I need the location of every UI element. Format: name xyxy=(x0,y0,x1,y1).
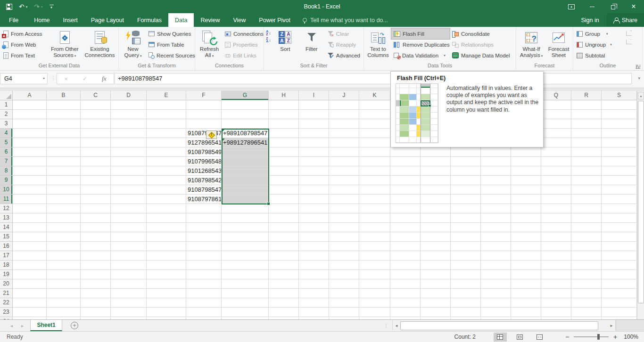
cell-A21[interactable] xyxy=(13,289,47,298)
cell-G15[interactable] xyxy=(222,232,269,242)
cell-A9[interactable] xyxy=(13,176,47,185)
col-header-B[interactable]: B xyxy=(47,91,81,100)
cell-J10[interactable] xyxy=(329,185,359,195)
cell-B6[interactable] xyxy=(47,147,81,157)
cell-F22[interactable] xyxy=(186,298,222,308)
cell-R5[interactable] xyxy=(571,138,602,147)
cell-C10[interactable] xyxy=(81,185,111,195)
existing-connections-button[interactable]: Existing Connections xyxy=(82,27,117,62)
cell-L18[interactable] xyxy=(390,261,421,270)
cell-M22[interactable] xyxy=(421,298,451,308)
cell-M7[interactable] xyxy=(421,157,451,166)
cell-S19[interactable] xyxy=(602,270,637,279)
cell-N10[interactable] xyxy=(451,185,481,195)
cell-J17[interactable] xyxy=(329,251,359,261)
cell-K21[interactable] xyxy=(359,289,390,298)
cell-N6[interactable] xyxy=(451,147,481,157)
cell-E20[interactable] xyxy=(147,279,186,289)
cell-L23[interactable] xyxy=(390,308,421,317)
cell-Q6[interactable] xyxy=(541,147,571,157)
clear-filter-button[interactable]: Clear xyxy=(325,28,363,39)
horizontal-scroll-thumb[interactable] xyxy=(400,321,598,330)
cell-G3[interactable] xyxy=(222,119,269,129)
cell-E18[interactable] xyxy=(147,261,186,270)
edit-links-button[interactable]: Edit Links xyxy=(223,50,266,61)
group-button[interactable]: Group▾ xyxy=(574,28,623,39)
cell-B20[interactable] xyxy=(47,279,81,289)
cell-R13[interactable] xyxy=(571,213,602,223)
cell-H11[interactable] xyxy=(269,195,299,204)
cell-A18[interactable] xyxy=(13,261,47,270)
cell-S18[interactable] xyxy=(602,261,637,270)
cell-M12[interactable] xyxy=(421,204,451,213)
from-other-sources-button[interactable]: From Other Sources▾ xyxy=(48,27,82,62)
tab-insert[interactable]: Insert xyxy=(57,13,84,27)
cell-O16[interactable] xyxy=(481,242,511,251)
cell-K23[interactable] xyxy=(359,308,390,317)
cell-D3[interactable] xyxy=(111,119,147,129)
cell-R11[interactable] xyxy=(571,195,602,204)
hide-detail-icon[interactable] xyxy=(626,40,632,44)
cell-B23[interactable] xyxy=(47,308,81,317)
cell-I7[interactable] xyxy=(299,157,329,166)
cell-O17[interactable] xyxy=(481,251,511,261)
cell-K13[interactable] xyxy=(359,213,390,223)
scroll-up-icon[interactable]: ▴ xyxy=(638,92,644,99)
cell-D20[interactable] xyxy=(111,279,147,289)
col-header-S[interactable]: S xyxy=(602,91,637,100)
cell-M16[interactable] xyxy=(421,242,451,251)
cell-M18[interactable] xyxy=(421,261,451,270)
cell-G17[interactable] xyxy=(222,251,269,261)
formula-input[interactable]: +989108798547 xyxy=(115,73,632,84)
cell-H1[interactable] xyxy=(269,100,299,110)
cell-R16[interactable] xyxy=(571,242,602,251)
sign-in-button[interactable]: Sign in xyxy=(573,13,606,27)
cell-G11[interactable] xyxy=(222,195,269,204)
sort-descending-button[interactable]: ZA↓ xyxy=(266,37,271,43)
cell-G7[interactable] xyxy=(222,157,269,166)
subtotal-button[interactable]: Subtotal xyxy=(574,50,623,61)
dropdown-arrow-icon[interactable]: ▾ xyxy=(606,32,608,36)
cell-J2[interactable] xyxy=(329,110,359,119)
cell-P8[interactable] xyxy=(511,166,541,176)
cell-L21[interactable] xyxy=(390,289,421,298)
cell-H8[interactable] xyxy=(269,166,299,176)
cell-P21[interactable] xyxy=(511,289,541,298)
cell-L22[interactable] xyxy=(390,298,421,308)
scrollbar-resize-area[interactable] xyxy=(616,320,644,331)
enter-icon[interactable]: ✓ xyxy=(83,75,87,82)
cell-D16[interactable] xyxy=(111,242,147,251)
sheet-tab-sheet1[interactable]: Sheet1 xyxy=(30,320,62,331)
cell-D18[interactable] xyxy=(111,261,147,270)
cell-A4[interactable] xyxy=(13,129,47,138)
cell-R21[interactable] xyxy=(571,289,602,298)
cell-S17[interactable] xyxy=(602,251,637,261)
cell-E7[interactable] xyxy=(147,157,186,166)
cell-R8[interactable] xyxy=(571,166,602,176)
cell-R15[interactable] xyxy=(571,232,602,242)
cell-D5[interactable] xyxy=(111,138,147,147)
cell-K14[interactable] xyxy=(359,223,390,232)
sort-button[interactable]: ZAAZ Sort xyxy=(272,27,298,62)
cell-Q7[interactable] xyxy=(541,157,571,166)
cell-G19[interactable] xyxy=(222,270,269,279)
cell-O6[interactable] xyxy=(481,147,511,157)
cell-K18[interactable] xyxy=(359,261,390,270)
cell-F1[interactable] xyxy=(186,100,222,110)
tab-splitter-icon[interactable]: ⋮ xyxy=(384,320,392,331)
cell-S9[interactable] xyxy=(602,176,637,185)
cell-F10[interactable]: 9108798547 xyxy=(186,185,222,195)
name-box-dropdown-icon[interactable]: ▾ xyxy=(43,73,45,84)
cell-I4[interactable] xyxy=(299,129,329,138)
cell-F16[interactable] xyxy=(186,242,222,251)
cell-N9[interactable] xyxy=(451,176,481,185)
cell-M13[interactable] xyxy=(421,213,451,223)
row-header-21[interactable]: 21 xyxy=(0,289,13,298)
cell-A10[interactable] xyxy=(13,185,47,195)
cell-D21[interactable] xyxy=(111,289,147,298)
cell-B15[interactable] xyxy=(47,232,81,242)
fill-handle[interactable] xyxy=(267,202,270,205)
cell-F13[interactable] xyxy=(186,213,222,223)
col-header-G[interactable]: G xyxy=(222,91,269,100)
cell-J5[interactable] xyxy=(329,138,359,147)
